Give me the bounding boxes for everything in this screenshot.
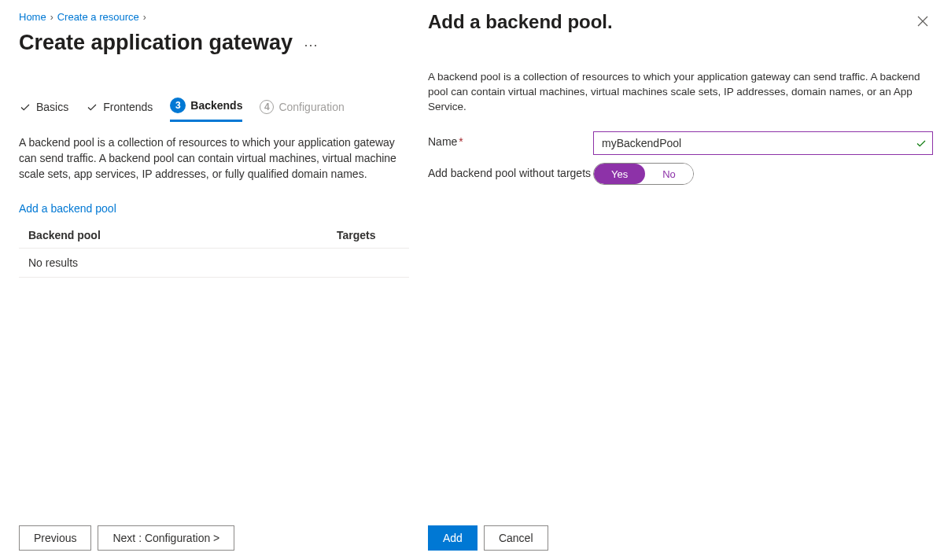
chevron-right-icon: ›	[143, 12, 146, 23]
close-icon[interactable]	[913, 11, 933, 31]
form-row-name: Name*	[428, 131, 933, 155]
panel-form: Name* Add backend pool without targets Y…	[428, 131, 933, 185]
more-icon[interactable]: ⋯	[304, 33, 319, 53]
table-header: Backend pool Targets	[19, 223, 409, 248]
next-button[interactable]: Next : Configuration >	[98, 525, 234, 551]
name-input[interactable]	[593, 131, 933, 155]
backend-pool-table: Backend pool Targets No results	[19, 223, 409, 278]
breadcrumb-create-resource[interactable]: Create a resource	[57, 11, 139, 23]
table-empty-row: No results	[19, 249, 409, 277]
form-row-without-targets: Add backend pool without targets Yes No	[428, 163, 933, 185]
step-label: Backends	[190, 99, 242, 112]
page-title: Create application gateway	[19, 31, 293, 55]
step-basics[interactable]: Basics	[19, 98, 68, 122]
name-input-wrap	[593, 131, 933, 155]
check-icon	[86, 101, 98, 113]
valid-check-icon	[916, 138, 927, 149]
previous-button[interactable]: Previous	[19, 525, 91, 551]
panel-footer: Add Cancel	[428, 525, 548, 551]
step-label: Configuration	[278, 101, 344, 113]
step-number-icon: 4	[260, 100, 274, 114]
toggle-no[interactable]: No	[645, 164, 693, 184]
toggle-yes[interactable]: Yes	[594, 164, 645, 184]
step-configuration[interactable]: 4 Configuration	[260, 98, 344, 122]
breadcrumb: Home › Create a resource ›	[19, 11, 409, 23]
panel-header: Add a backend pool.	[428, 11, 933, 33]
add-button[interactable]: Add	[428, 525, 478, 551]
name-label-text: Name	[428, 135, 457, 148]
chevron-right-icon: ›	[50, 12, 53, 23]
step-frontends[interactable]: Frontends	[86, 98, 153, 122]
without-targets-label: Add backend pool without targets	[428, 163, 593, 179]
cancel-button[interactable]: Cancel	[484, 525, 548, 551]
column-header-targets: Targets	[337, 229, 400, 241]
wizard-footer: Previous Next : Configuration >	[19, 525, 234, 551]
without-targets-control: Yes No	[593, 163, 933, 185]
wizard-steps: Basics Frontends 3 Backends 4 Configurat…	[19, 98, 409, 122]
step-backends[interactable]: 3 Backends	[170, 98, 242, 122]
step-label: Frontends	[103, 101, 153, 113]
without-targets-toggle[interactable]: Yes No	[593, 163, 694, 185]
main-content: Home › Create a resource › Create applic…	[0, 0, 409, 560]
name-label: Name*	[428, 131, 593, 148]
add-backend-pool-link[interactable]: Add a backend pool	[19, 202, 116, 215]
panel-title: Add a backend pool.	[428, 11, 613, 33]
page-title-row: Create application gateway ⋯	[19, 31, 409, 55]
panel-description: A backend pool is a collection of resour…	[428, 69, 933, 114]
breadcrumb-home[interactable]: Home	[19, 11, 46, 23]
required-icon: *	[459, 135, 463, 148]
check-icon	[19, 101, 31, 113]
tab-description: A backend pool is a collection of resour…	[19, 134, 409, 182]
column-header-name: Backend pool	[28, 229, 337, 241]
table-body: No results	[19, 248, 409, 278]
step-label: Basics	[36, 101, 68, 113]
step-number-icon: 3	[170, 98, 186, 113]
add-backend-pool-panel: Add a backend pool. A backend pool is a …	[409, 0, 944, 560]
